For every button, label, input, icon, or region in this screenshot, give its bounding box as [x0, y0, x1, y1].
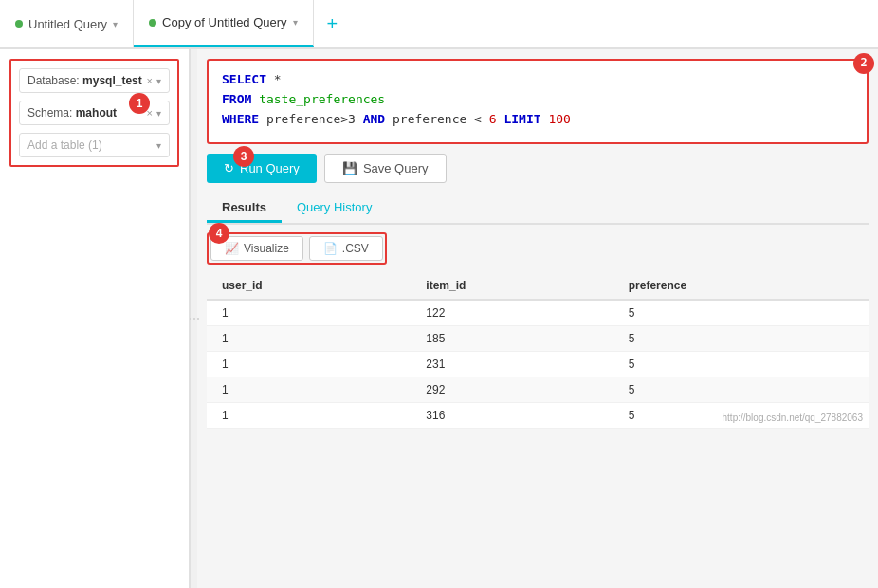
table-cell: 185 [411, 326, 613, 352]
schema-label: Schema: mahout [27, 106, 147, 119]
save-query-button[interactable]: 💾 Save Query [324, 154, 447, 183]
table-cell: 292 [411, 377, 613, 403]
add-table-field[interactable]: Add a table (1) ▾ [19, 133, 170, 157]
results-table: user_id item_id preference 1122511855123… [207, 272, 869, 429]
schema-dropdown-icon[interactable]: ▾ [156, 108, 161, 119]
database-label: Database: mysql_test [27, 74, 147, 87]
table-row: 12925 [207, 377, 869, 403]
save-icon: 💾 [342, 161, 357, 175]
run-icon: ↻ [224, 161, 234, 175]
tab-arrow[interactable]: ▾ [293, 17, 298, 28]
run-query-button[interactable]: ↻ Run Query [207, 154, 317, 183]
visualize-label: Visualize [244, 242, 289, 255]
csv-icon: 📄 [323, 242, 338, 255]
clear-database-icon[interactable]: × [147, 75, 153, 86]
top-tab-bar: Untitled Query ▾ Copy of Untitled Query … [0, 0, 878, 49]
tab-label: Copy of Untitled Query [162, 15, 287, 29]
table-row: 11855 [207, 326, 869, 352]
editor-line-2: FROM taste_preferences [222, 90, 853, 110]
badge-4: 4 [209, 223, 229, 244]
table-row: 11225 [207, 300, 869, 326]
table-row: 12315 [207, 352, 869, 377]
tab-results[interactable]: Results [207, 194, 282, 223]
table-cell: 5 [613, 377, 869, 403]
code-editor[interactable]: SELECT * FROM taste_preferences WHERE pr… [207, 59, 869, 144]
badge-3: 3 [233, 146, 254, 167]
col-preference: preference [613, 272, 869, 300]
action-border: 📈 Visualize 📄 .CSV [207, 232, 387, 265]
table-cell: 1 [207, 326, 411, 352]
left-panel: Database: mysql_test × ▾ Schema: mahout … [0, 49, 190, 588]
table-cell: 5 [613, 300, 869, 326]
watermark: http://blog.csdn.net/qq_27882063 [723, 413, 863, 423]
plus-icon: + [327, 13, 338, 35]
table-cell: 1 [207, 377, 411, 403]
table-cell: 231 [411, 352, 613, 377]
table-cell: 1 [207, 352, 411, 377]
editor-line-3: WHERE preference>3 AND preference < 6 LI… [222, 110, 853, 130]
csv-label: .CSV [342, 242, 369, 255]
resize-handle[interactable]: ⋮ [190, 49, 197, 588]
badge-2: 2 [853, 53, 874, 74]
chart-icon: 📈 [225, 242, 239, 255]
table-cell: 1 [207, 300, 411, 326]
database-field[interactable]: Database: mysql_test × ▾ [19, 68, 170, 93]
table-cell: 316 [411, 403, 613, 429]
badge-1: 1 [129, 93, 150, 114]
col-user-id: user_id [207, 272, 411, 300]
table-cell: 122 [411, 300, 613, 326]
csv-button[interactable]: 📄 .CSV [309, 236, 383, 261]
col-item-id: item_id [411, 272, 613, 300]
tab-arrow[interactable]: ▾ [113, 19, 118, 29]
table-cell: 5 [613, 352, 869, 377]
tab-copy-untitled-query[interactable]: Copy of Untitled Query ▾ [134, 0, 314, 47]
tab-query-history[interactable]: Query History [282, 194, 387, 223]
add-tab-button[interactable]: + [314, 0, 352, 47]
tab-dot [15, 20, 23, 28]
table-cell: 5 [613, 326, 869, 352]
tab-dot [149, 19, 156, 27]
save-label: Save Query [363, 161, 429, 175]
right-panel: SELECT * FROM taste_preferences WHERE pr… [197, 49, 878, 588]
results-table-container: user_id item_id preference 1122511855123… [207, 272, 869, 429]
result-tab-bar: Results Query History [207, 194, 869, 225]
table-cell: 1 [207, 403, 411, 429]
tab-label: Untitled Query [28, 17, 107, 31]
tab-untitled-query[interactable]: Untitled Query ▾ [0, 0, 134, 47]
editor-line-1: SELECT * [222, 70, 853, 90]
query-action-row: 3 ↻ Run Query 💾 Save Query [207, 154, 869, 183]
add-table-dropdown-icon[interactable]: ▾ [156, 140, 161, 151]
add-table-label: Add a table (1) [27, 138, 102, 152]
database-dropdown-icon[interactable]: ▾ [156, 76, 161, 86]
